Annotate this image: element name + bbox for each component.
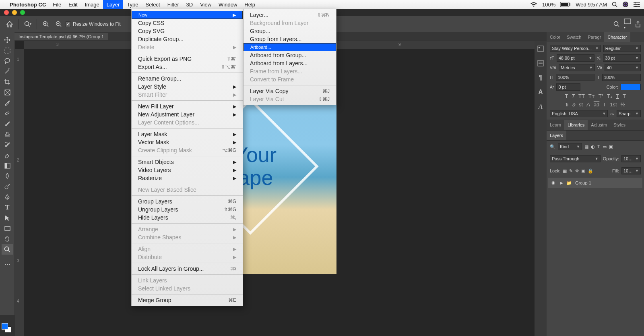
tab-character[interactable]: Character (604, 32, 630, 42)
fill-input[interactable]: 100%▼ (621, 167, 641, 174)
tab-swatches[interactable]: Swatch (564, 32, 584, 42)
close-window-icon[interactable] (4, 10, 9, 15)
character-panel-icon[interactable]: A (539, 103, 543, 110)
font-size-select[interactable]: 48.08 pt▼ (557, 54, 594, 62)
menu-item-group-from-layers-[interactable]: Group from Layers... (244, 35, 336, 43)
shape-tool-icon[interactable] (2, 223, 13, 234)
swash-icon[interactable]: A (586, 102, 590, 108)
hand-tool-icon[interactable] (2, 234, 13, 244)
baseline-input[interactable]: 0 pt (556, 83, 580, 91)
menu-help[interactable]: Help (241, 0, 259, 9)
control-center-icon[interactable] (634, 2, 640, 7)
filter-type-icon[interactable]: T (597, 144, 600, 149)
kerning-select[interactable]: Metrics▼ (559, 64, 595, 71)
lasso-tool-icon[interactable] (2, 56, 13, 66)
superscript-icon[interactable]: T¹ (599, 93, 603, 99)
zoom-in-icon[interactable] (41, 19, 51, 29)
share-icon[interactable] (635, 21, 641, 27)
menu-item-group-[interactable]: Group... (244, 27, 336, 35)
vscale-input[interactable]: 100% (556, 74, 595, 81)
menu-item-new-fill-layer[interactable]: New Fill Layer▶ (132, 102, 243, 110)
filter-pixel-icon[interactable]: ▦ (584, 144, 588, 149)
tab-libraries[interactable]: Libraries (564, 120, 588, 130)
dodge-tool-icon[interactable] (2, 181, 13, 192)
menu-file[interactable]: File (49, 0, 65, 9)
text-color-swatch[interactable] (621, 84, 641, 90)
tab-color[interactable]: Color (547, 32, 564, 42)
hscale-input[interactable]: 100% (602, 74, 641, 81)
edit-toolbar-icon[interactable]: ⋯ (2, 259, 13, 269)
minimize-window-icon[interactable] (12, 10, 17, 15)
menu-item-video-layers[interactable]: Video Layers▶ (132, 166, 243, 174)
home-icon[interactable] (4, 19, 15, 29)
menu-item-layer-style[interactable]: Layer Style▶ (132, 83, 243, 91)
italic-icon[interactable]: T (572, 93, 575, 99)
filter-smart-icon[interactable]: ▣ (609, 144, 613, 149)
zoom-window-icon[interactable] (20, 10, 25, 15)
brush-tool-icon[interactable] (2, 118, 13, 129)
menu-edit[interactable]: Edit (65, 0, 81, 9)
filter-adjust-icon[interactable]: ◐ (591, 144, 595, 149)
history-brush-tool-icon[interactable] (2, 139, 13, 150)
menu-item-layer-[interactable]: Layer...⇧⌘N (244, 11, 336, 19)
zoom-out-icon[interactable] (54, 19, 64, 29)
menu-item-duplicate-group-[interactable]: Duplicate Group... (132, 35, 243, 43)
gradient-tool-icon[interactable] (2, 160, 13, 171)
glyphs-panel-icon[interactable]: A (538, 89, 543, 96)
menu-item-rename-group-[interactable]: Rename Group... (132, 75, 243, 83)
menu-image[interactable]: Image (81, 0, 103, 9)
zoom-tool-selected-icon[interactable] (2, 244, 13, 255)
foreground-background-swatch[interactable] (2, 323, 13, 333)
blur-tool-icon[interactable] (2, 171, 13, 181)
leading-select[interactable]: 38 pt▼ (603, 54, 641, 62)
stylistic-icon[interactable]: st (579, 102, 583, 108)
layer-row-group1[interactable]: ◉ ▶ 📁 Group 1 (548, 178, 642, 188)
tracking-select[interactable]: 40▼ (605, 64, 641, 71)
menu-item-layer-mask[interactable]: Layer Mask▶ (132, 130, 243, 138)
smallcaps-icon[interactable]: Tᴛ (588, 93, 595, 99)
lock-transparent-icon[interactable]: ▦ (563, 168, 567, 174)
allcaps-icon[interactable]: TT (578, 93, 585, 99)
ligatures-icon[interactable]: fi (566, 102, 569, 108)
subscript-icon[interactable]: T₁ (607, 93, 612, 99)
spotlight-icon[interactable] (612, 2, 617, 7)
menu-item-ungroup-layers[interactable]: Ungroup Layers⇧⌘G (132, 205, 243, 214)
menu-item-vector-mask[interactable]: Vector Mask▶ (132, 138, 243, 146)
bold-icon[interactable]: T (565, 93, 568, 99)
lock-artboard-icon[interactable]: ▣ (581, 168, 585, 174)
underline-icon[interactable]: T (616, 93, 619, 99)
layer-name[interactable]: Group 1 (575, 180, 591, 185)
menu-item-export-as-[interactable]: Export As...⇧⌥⌘' (132, 63, 243, 71)
fractions-icon[interactable]: 1st (610, 102, 617, 108)
marquee-tool-icon[interactable] (2, 45, 13, 56)
blend-mode-select[interactable]: Pass Through▼ (550, 155, 601, 162)
tab-layers[interactable]: Layers (547, 131, 566, 140)
language-select[interactable]: English: USA▼ (550, 110, 608, 117)
crop-tool-icon[interactable] (2, 77, 13, 87)
menu-item-rasterize[interactable]: Rasterize▶ (132, 174, 243, 182)
tab-paragraph[interactable]: Paragr (584, 32, 604, 42)
menu-3d[interactable]: 3D (183, 0, 197, 9)
menu-layer[interactable]: Layer (103, 0, 124, 9)
menu-item-new[interactable]: New▶ (132, 11, 243, 19)
menu-item-copy-svg[interactable]: Copy SVG (132, 27, 243, 35)
opacity-input[interactable]: 100%▼ (621, 155, 641, 162)
menu-item-quick-export-as-png[interactable]: Quick Export as PNG⇧⌘' (132, 55, 243, 63)
menu-item-group-layers[interactable]: Group Layers⌘G (132, 197, 243, 205)
zoom-tool-icon[interactable]: ▾ (23, 19, 33, 29)
tab-learn[interactable]: Learn (547, 120, 564, 130)
menu-item-smart-objects[interactable]: Smart Objects▶ (132, 158, 243, 166)
kind-filter-icon[interactable]: 🔍 (550, 144, 555, 149)
stamp-tool-icon[interactable] (2, 129, 13, 139)
menu-item-layer-via-copy[interactable]: Layer Via Copy⌘J (244, 87, 336, 95)
kind-select[interactable]: Kind▼ (558, 143, 582, 150)
history-panel-icon[interactable] (537, 45, 544, 52)
magic-wand-tool-icon[interactable] (2, 66, 13, 77)
lock-image-icon[interactable]: ✎ (569, 168, 573, 174)
siri-icon[interactable] (622, 1, 629, 8)
frame-icon[interactable]: ▾ (624, 19, 631, 30)
menu-item-new-adjustment-layer[interactable]: New Adjustment Layer▶ (132, 110, 243, 118)
menu-window[interactable]: Window (215, 0, 241, 9)
visibility-icon[interactable]: ◉ (551, 180, 557, 186)
lock-position-icon[interactable]: ✥ (575, 168, 579, 174)
